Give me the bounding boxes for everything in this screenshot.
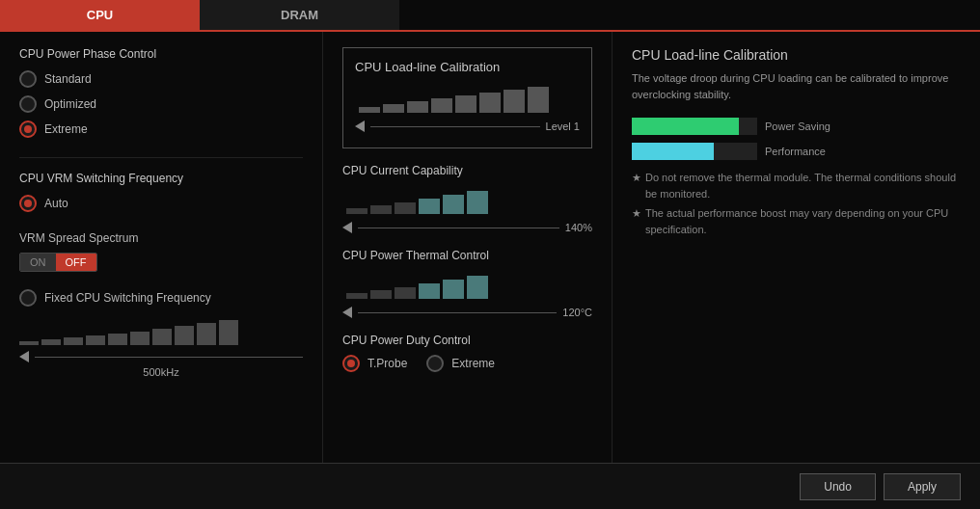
calib-level: Level 1 [546, 121, 580, 132]
note-2: ★ The actual performance boost may vary … [632, 205, 961, 237]
freq-value: 500kHz [19, 366, 303, 378]
freq-bar-8 [175, 326, 194, 345]
toggle-on-btn[interactable]: ON [20, 254, 56, 271]
freq-bar-7 [152, 329, 172, 345]
freq-slider-bars [19, 318, 303, 345]
cc-bar-4 [419, 199, 440, 214]
thermal-title: CPU Power Thermal Control [342, 249, 592, 262]
radio-label-standard: Standard [44, 72, 92, 86]
radio-optimized[interactable]: Optimized [19, 95, 303, 113]
duty-section: CPU Power Duty Control T.Probe Extreme [342, 334, 592, 372]
middle-panel: CPU Load-line Calibration Level 1 CPU Cu… [323, 32, 612, 463]
right-title: CPU Load-line Calibration [632, 47, 961, 63]
stair-6 [479, 93, 501, 113]
bar-container-performance [632, 143, 757, 160]
stair-4 [431, 98, 452, 113]
apply-button[interactable]: Apply [884, 473, 961, 500]
duty-extreme[interactable]: Extreme [426, 355, 495, 372]
vrm-radio-group: Auto [19, 195, 303, 212]
freq-bar-2 [41, 339, 61, 345]
notes-section: ★ Do not remove the thermal module. The … [632, 170, 961, 237]
stair-7 [504, 90, 525, 113]
bar-label-power-saving: Power Saving [765, 121, 830, 132]
bar-power-saving: Power Saving [632, 118, 961, 135]
note-star-2: ★ [632, 205, 641, 237]
radio-circle-fixed [19, 289, 37, 307]
divider-1 [19, 157, 303, 158]
freq-slider-triangle [19, 351, 29, 362]
radio-standard[interactable]: Standard [19, 70, 303, 88]
note-1: ★ Do not remove the thermal module. The … [632, 170, 961, 201]
radio-label-optimized: Optimized [44, 97, 96, 111]
th-slider-line [358, 312, 557, 313]
left-panel: CPU Power Phase Control Standard Optimiz… [0, 32, 323, 463]
toggle-off-btn[interactable]: OFF [56, 254, 96, 271]
th-bar-1 [346, 293, 368, 299]
cc-bar-6 [467, 191, 488, 214]
duty-circle-tprobe [342, 355, 360, 372]
radio-circle-standard [19, 70, 37, 88]
radio-auto[interactable]: Auto [19, 195, 303, 212]
cc-bar-3 [395, 202, 416, 214]
cc-bar-5 [443, 195, 464, 214]
current-cap-title: CPU Current Capability [342, 164, 592, 177]
radio-label-fixed: Fixed CPU Switching Frequency [44, 291, 211, 305]
calib-slider-triangle [355, 121, 365, 132]
radio-label-extreme: Extreme [44, 122, 88, 136]
current-cap-staircase [342, 185, 592, 214]
cc-bar-1 [346, 208, 368, 214]
vrm-title: CPU VRM Switching Frequency [19, 172, 303, 185]
freq-bar-6 [130, 332, 150, 345]
th-bar-2 [370, 290, 392, 299]
duty-radio-group: T.Probe Extreme [342, 355, 592, 372]
undo-button[interactable]: Undo [800, 473, 876, 500]
bar-performance: Performance [632, 143, 961, 160]
toggle-switch[interactable]: ON OFF [19, 253, 97, 272]
duty-tprobe[interactable]: T.Probe [342, 355, 407, 372]
duty-label-extreme: Extreme [451, 357, 495, 370]
cc-value: 140% [565, 222, 592, 233]
bottom-bar: Undo Apply [0, 463, 980, 509]
stair-8 [528, 87, 549, 113]
vrm-spread-row: VRM Spread Spectrum [19, 231, 303, 245]
right-desc: The voltage droop during CPU loading can… [632, 70, 961, 102]
tab-dram[interactable]: DRAM [200, 0, 399, 30]
freq-bar-5 [108, 334, 127, 345]
thermal-staircase [342, 270, 592, 299]
current-cap-section: CPU Current Capability 140% [342, 164, 592, 233]
note-text-2: The actual performance boost may vary de… [645, 205, 961, 237]
freq-bar-9 [197, 323, 216, 345]
th-bar-4 [419, 283, 440, 299]
radio-extreme[interactable]: Extreme [19, 121, 303, 138]
th-bar-5 [443, 280, 464, 299]
stair-5 [455, 95, 476, 113]
cc-slider-triangle [342, 222, 352, 233]
freq-bar-4 [86, 335, 105, 345]
main-content: CPU Power Phase Control Standard Optimiz… [0, 32, 980, 463]
radio-label-auto: Auto [44, 197, 68, 210]
calib-box: CPU Load-line Calibration Level 1 [342, 47, 592, 148]
duty-circle-extreme [426, 355, 444, 372]
right-panel: CPU Load-line Calibration The voltage dr… [612, 32, 980, 463]
radio-circle-auto [19, 195, 37, 212]
th-slider-row: 120°C [342, 307, 592, 318]
th-value: 120°C [562, 307, 592, 318]
th-bar-3 [395, 287, 416, 299]
freq-bar-10 [219, 320, 238, 345]
freq-bar-1 [19, 341, 39, 345]
calib-slider-row: Level 1 [355, 121, 580, 132]
cc-bar-2 [370, 205, 392, 214]
freq-slider-line [35, 357, 303, 358]
radio-circle-optimized [19, 95, 37, 113]
tab-cpu[interactable]: CPU [0, 0, 200, 30]
vrm-spread-label: VRM Spread Spectrum [19, 231, 138, 245]
phase-radio-group: Standard Optimized Extreme [19, 70, 303, 138]
calib-title: CPU Load-line Calibration [355, 60, 580, 74]
freq-slider-indicator [19, 351, 303, 362]
bar-container-power-saving [632, 118, 757, 135]
cc-slider-line [358, 228, 559, 228]
radio-fixed[interactable]: Fixed CPU Switching Frequency [19, 289, 303, 307]
radio-circle-extreme [19, 121, 37, 138]
thermal-section: CPU Power Thermal Control 120°C [342, 249, 592, 318]
phase-control-title: CPU Power Phase Control [19, 47, 303, 61]
